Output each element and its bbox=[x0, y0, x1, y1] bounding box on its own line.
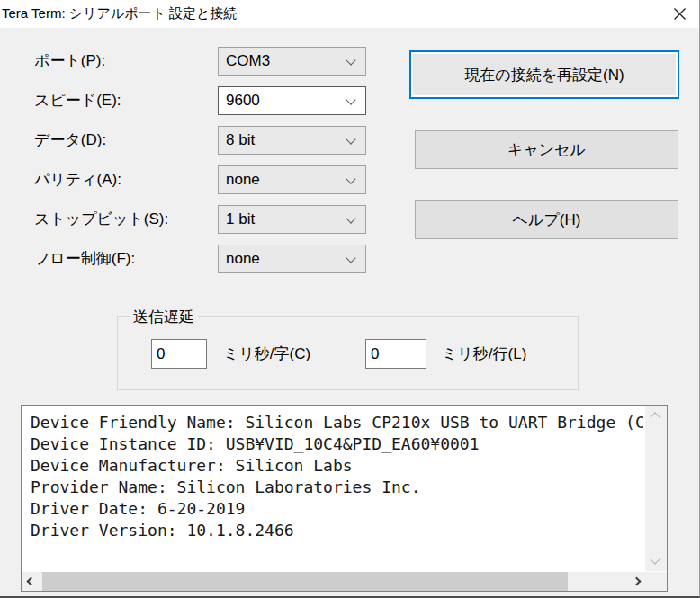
port-select[interactable]: COM3 bbox=[218, 47, 366, 76]
help-button[interactable]: ヘルプ(H) bbox=[415, 200, 678, 239]
flow-control-select[interactable]: none bbox=[218, 245, 366, 273]
chevron-down-icon bbox=[346, 253, 355, 263]
chevron-down-icon bbox=[346, 213, 355, 223]
stop-bits-select[interactable]: 1 bit bbox=[218, 205, 366, 234]
msec-per-char-label: ミリ秒/字(C) bbox=[223, 339, 310, 369]
data-bits-label: データ(D): bbox=[34, 126, 106, 155]
scroll-right-icon bbox=[632, 577, 641, 586]
flow-control-value: none bbox=[219, 250, 347, 268]
data-bits-row: データ(D): 8 bit bbox=[0, 126, 405, 155]
chevron-down-icon bbox=[346, 94, 355, 104]
port-value: COM3 bbox=[219, 52, 347, 70]
parity-value: none bbox=[219, 171, 347, 189]
speed-select[interactable]: 9600 bbox=[218, 86, 366, 115]
parity-row: パリティ(A): none bbox=[0, 165, 405, 194]
close-icon bbox=[673, 7, 687, 21]
msec-per-line-input[interactable] bbox=[365, 339, 426, 369]
vertical-scrollbar[interactable] bbox=[645, 406, 667, 571]
chevron-down-icon bbox=[346, 134, 355, 144]
driver-date-line: Driver Date: 6-20-2019 bbox=[31, 498, 643, 520]
device-friendly-name-line: Device Friendly Name: Silicon Labs CP210… bbox=[31, 412, 643, 433]
speed-label: スピード(E): bbox=[34, 86, 121, 115]
device-info-panel[interactable]: Device Friendly Name: Silicon Labs CP210… bbox=[21, 405, 668, 592]
msec-per-char-input[interactable] bbox=[151, 339, 207, 369]
parity-select[interactable]: none bbox=[218, 165, 366, 194]
scroll-left-button[interactable] bbox=[22, 572, 40, 591]
device-instance-id-line: Device Instance ID: USB¥VID_10C4&PID_EA6… bbox=[31, 433, 643, 455]
reapply-connection-button[interactable]: 現在の接続を再設定(N) bbox=[409, 50, 679, 99]
speed-value: 9600 bbox=[219, 92, 347, 110]
scroll-up-icon[interactable] bbox=[650, 412, 660, 422]
chevron-down-icon bbox=[346, 55, 355, 65]
port-row: ポート(P): COM3 bbox=[0, 47, 405, 76]
close-button[interactable] bbox=[660, 0, 699, 28]
speed-row: スピード(E): 9600 bbox=[0, 86, 405, 115]
device-manufacturer-line: Device Manufacturer: Silicon Labs bbox=[31, 455, 643, 477]
horizontal-scrollbar[interactable] bbox=[22, 572, 645, 591]
stop-bits-row: ストップビット(S): 1 bit bbox=[0, 205, 405, 234]
parity-label: パリティ(A): bbox=[34, 165, 121, 194]
serial-port-setup-dialog: Tera Term: シリアルポート 設定と接続 ポート(P): COM3 スピ… bbox=[0, 0, 700, 598]
device-info-text: Device Friendly Name: Silicon Labs CP210… bbox=[31, 412, 643, 547]
scrollbar-corner bbox=[645, 572, 667, 591]
transmit-delay-group: 送信遅延 ミリ秒/字(C) ミリ秒/行(L) bbox=[117, 316, 579, 390]
data-bits-value: 8 bit bbox=[219, 131, 347, 149]
flow-control-row: フロー制御(F): none bbox=[0, 245, 405, 273]
provider-name-line: Provider Name: Silicon Laboratories Inc. bbox=[31, 477, 643, 498]
scroll-down-icon[interactable] bbox=[650, 554, 660, 564]
chevron-down-icon bbox=[346, 174, 355, 183]
data-bits-select[interactable]: 8 bit bbox=[218, 126, 366, 155]
flow-control-label: フロー制御(F): bbox=[34, 245, 135, 273]
driver-version-line: Driver Version: 10.1.8.2466 bbox=[31, 520, 643, 541]
titlebar: Tera Term: シリアルポート 設定と接続 bbox=[0, 0, 699, 28]
scroll-left-icon bbox=[26, 577, 35, 586]
port-label: ポート(P): bbox=[34, 47, 105, 76]
horizontal-scroll-thumb[interactable] bbox=[42, 572, 568, 591]
scroll-right-button[interactable] bbox=[627, 572, 645, 591]
msec-per-line-label: ミリ秒/行(L) bbox=[442, 339, 526, 369]
transmit-delay-legend: 送信遅延 bbox=[130, 307, 198, 327]
dialog-title: Tera Term: シリアルポート 設定と接続 bbox=[2, 5, 237, 22]
cancel-button[interactable]: キャンセル bbox=[415, 130, 678, 169]
stop-bits-label: ストップビット(S): bbox=[34, 205, 168, 234]
stop-bits-value: 1 bit bbox=[219, 210, 347, 228]
